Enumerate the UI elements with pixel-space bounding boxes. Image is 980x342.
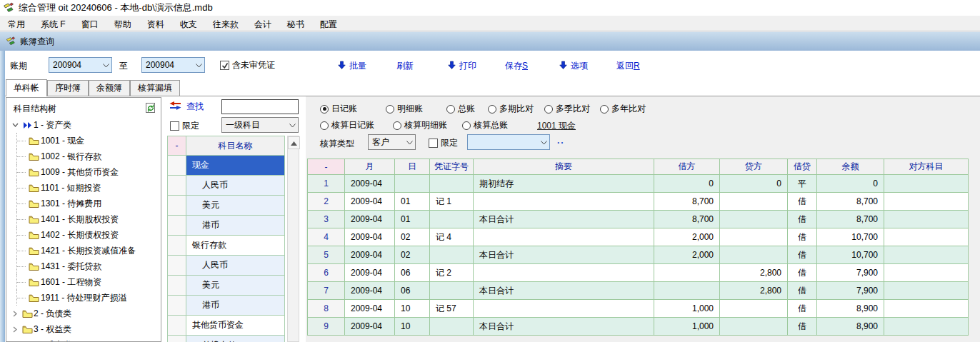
subject-row-number[interactable] xyxy=(168,176,186,196)
grid-cell[interactable]: 10,700 xyxy=(817,228,884,246)
grid-cell[interactable]: 10 xyxy=(395,300,430,318)
grid-cell[interactable]: 2009-04 xyxy=(345,193,395,211)
save-button[interactable]: 保存S xyxy=(505,60,528,72)
subject-row-number[interactable] xyxy=(168,236,186,256)
grid-row-4[interactable]: 52009-0402本日合计2,000借10,700 xyxy=(308,246,969,264)
grid-cell[interactable]: 2,800 xyxy=(720,264,788,282)
grid-cell[interactable] xyxy=(720,300,788,318)
grid-cell[interactable] xyxy=(430,211,474,228)
menu-item-8[interactable]: 秘书 xyxy=(279,16,312,31)
grid-cell[interactable]: 4 xyxy=(308,228,345,246)
grid-cell[interactable] xyxy=(884,300,969,318)
subject-name-cell[interactable]: 人民币 xyxy=(186,256,285,276)
scroll-up-button[interactable] xyxy=(288,136,300,149)
grid-cell[interactable]: 2009-04 xyxy=(345,318,395,336)
grid-cell[interactable] xyxy=(884,264,969,282)
grid-cell[interactable]: 本日合计 xyxy=(474,246,654,264)
subject-name-cell[interactable]: 银行存款 xyxy=(186,236,285,256)
grid-cell[interactable] xyxy=(884,211,969,228)
subject-name-cell[interactable]: 外埠存款 xyxy=(186,336,285,342)
subject-row-number[interactable] xyxy=(168,316,186,336)
tree-item-8[interactable]: 1421 - 长期投资减值准备 xyxy=(6,243,161,258)
tree-item-14[interactable]: 4 - 成本类 xyxy=(6,337,161,342)
grid-cell[interactable] xyxy=(884,318,969,336)
subject-name-cell[interactable]: 现金 xyxy=(186,156,285,176)
tree-item-2[interactable]: 1002 - 银行存款 xyxy=(6,149,161,164)
grid-cell[interactable]: 借 xyxy=(788,211,817,228)
print-button[interactable]: 打印 xyxy=(448,60,476,72)
tree-item-1[interactable]: 1001 - 现金 xyxy=(6,133,161,149)
tree-item-11[interactable]: 1911 - 待处理财产损溢 xyxy=(6,290,161,306)
grid-cell[interactable]: 2 xyxy=(308,193,345,211)
grid-cell[interactable]: 2009-04 xyxy=(345,175,395,193)
subject-row-number[interactable] xyxy=(168,196,186,216)
grid-cell[interactable] xyxy=(430,246,474,264)
menu-item-5[interactable]: 收支 xyxy=(172,16,205,31)
grid-cell[interactable] xyxy=(884,246,969,264)
subject-name-cell[interactable]: 人民币 xyxy=(186,176,285,196)
grid-row-7[interactable]: 82009-0410记 571,000借8,900 xyxy=(308,300,969,318)
tree-item-5[interactable]: 1301 - 待摊费用 xyxy=(6,196,161,211)
tree-item-9[interactable]: 1431 - 委托贷款 xyxy=(6,258,161,274)
period-to-combo[interactable]: 200904 xyxy=(141,57,205,73)
grid-cell[interactable] xyxy=(395,175,430,193)
grid-cell[interactable]: 2009-04 xyxy=(345,211,395,228)
grid-cell[interactable] xyxy=(884,228,969,246)
grid-cell[interactable]: 8,700 xyxy=(654,193,720,211)
grid-cell[interactable]: 7,900 xyxy=(817,282,884,300)
grid-cell[interactable]: 01 xyxy=(395,193,430,211)
subject-limit-checkbox[interactable]: 限定 xyxy=(170,120,199,132)
grid-cell[interactable] xyxy=(430,318,474,336)
subject-row-number[interactable] xyxy=(168,156,186,176)
grid-cell[interactable]: 5 xyxy=(308,246,345,264)
grid-cell[interactable]: 1,000 xyxy=(654,318,720,336)
tab-3[interactable]: 核算漏填 xyxy=(130,80,180,96)
subject-link[interactable]: 1001 现金 xyxy=(537,120,576,132)
grid-cell[interactable] xyxy=(720,318,788,336)
tree-item-3[interactable]: 1009 - 其他货币资金 xyxy=(6,164,161,180)
radio-row1-1[interactable]: 明细账 xyxy=(386,103,423,115)
grid-cell[interactable]: 记 2 xyxy=(430,264,474,282)
grid-cell[interactable]: 借 xyxy=(788,246,817,264)
grid-cell[interactable]: 记 4 xyxy=(430,228,474,246)
grid-cell[interactable] xyxy=(654,282,720,300)
grid-cell[interactable]: 2009-04 xyxy=(345,264,395,282)
tab-1[interactable]: 序时簿 xyxy=(47,80,89,96)
menu-item-2[interactable]: 窗口 xyxy=(74,16,106,31)
grid-cell[interactable]: 借 xyxy=(788,282,817,300)
subject-row-number[interactable] xyxy=(168,256,186,276)
tree-item-4[interactable]: 1101 - 短期投资 xyxy=(6,180,161,196)
tree-item-6[interactable]: 1401 - 长期股权投资 xyxy=(6,211,161,227)
tree-item-12[interactable]: 2 - 负债类 xyxy=(6,306,161,321)
menu-item-7[interactable]: 会计 xyxy=(246,16,279,31)
radio-row2-0[interactable]: 核算日记账 xyxy=(320,119,374,131)
grid-cell[interactable]: 2009-04 xyxy=(345,282,395,300)
grid-cell[interactable]: 2,000 xyxy=(654,246,720,264)
menu-item-4[interactable]: 资料 xyxy=(139,16,172,31)
subject-row-number[interactable] xyxy=(168,276,186,296)
grid-cell[interactable]: 2009-04 xyxy=(345,300,395,318)
grid-cell[interactable] xyxy=(720,211,788,228)
grid-cell[interactable]: 记 1 xyxy=(430,193,474,211)
grid-cell[interactable]: 记 57 xyxy=(430,300,474,318)
options-button[interactable]: 选项 xyxy=(559,60,588,72)
grid-cell[interactable]: 1,000 xyxy=(654,300,720,318)
grid-cell[interactable]: 借 xyxy=(788,318,817,336)
grid-row-2[interactable]: 32009-0401本日合计8,700借8,700 xyxy=(308,211,969,228)
radio-row2-1[interactable]: 核算明细账 xyxy=(393,119,447,131)
batch-button[interactable]: 批量 xyxy=(338,60,366,72)
grid-cell[interactable] xyxy=(720,228,788,246)
subject-name-cell[interactable]: 港币 xyxy=(186,296,285,316)
radio-row1-3[interactable]: 多期比对 xyxy=(488,103,534,115)
radio-row1-2[interactable]: 总账 xyxy=(446,103,475,115)
menu-item-1[interactable]: 系统 F xyxy=(33,16,74,31)
grid-cell[interactable]: 8,700 xyxy=(654,211,720,228)
period-from-combo[interactable]: 200904 xyxy=(49,57,112,73)
refresh-button[interactable]: 刷新 xyxy=(396,60,414,72)
search-input[interactable] xyxy=(221,99,299,114)
grid-cell[interactable]: 06 xyxy=(395,282,430,300)
subject-name-cell[interactable]: 美元 xyxy=(186,276,285,296)
grid-cell[interactable]: 借 xyxy=(788,264,817,282)
grid-cell[interactable]: 借 xyxy=(788,300,817,318)
menu-item-9[interactable]: 配置 xyxy=(312,16,345,31)
